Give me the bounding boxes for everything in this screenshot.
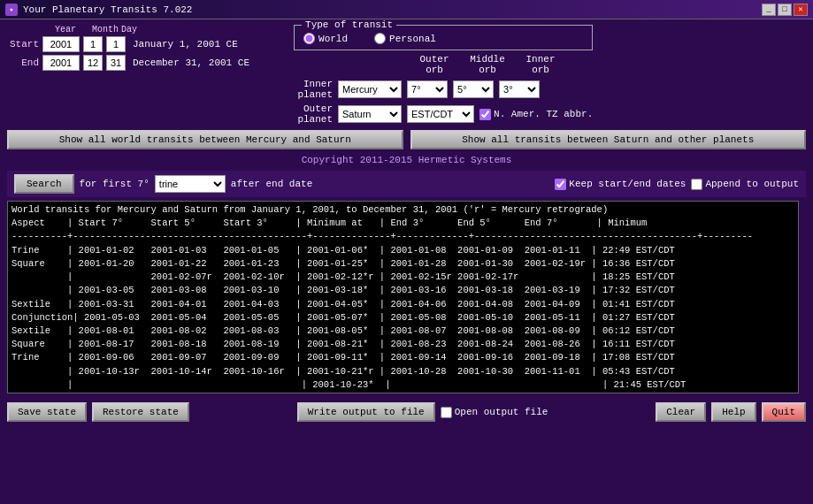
outer-planet-label: Outer planet: [267, 103, 333, 125]
day-col-label: Day: [119, 25, 140, 34]
keep-dates-label: Keep start/end dates: [569, 179, 686, 189]
open-output-label: Open output file: [455, 407, 548, 417]
minimize-button[interactable]: _: [762, 4, 776, 16]
world-radio-label: World: [318, 34, 348, 44]
personal-transits-button[interactable]: Show all transits between Saturn and oth…: [410, 130, 807, 149]
aspect-select[interactable]: trinesextilesquareconjunctionopposition: [155, 175, 226, 193]
append-output-checkbox[interactable]: [691, 179, 702, 190]
start-label: Start: [7, 39, 39, 50]
inner-planet-select[interactable]: MercuryVenusMarsJupiter: [338, 80, 402, 98]
copyright-text: Copyright 2011-2015 Hermetic Systems: [7, 155, 806, 165]
restore-state-button[interactable]: Restore state: [92, 402, 189, 422]
quit-button[interactable]: Quit: [762, 402, 806, 422]
maximize-button[interactable]: □: [778, 4, 792, 16]
date-section: Year Month Day Start January 1, 2001 CE …: [7, 25, 249, 125]
open-output-checkbox[interactable]: [441, 407, 452, 418]
app-title: Your Planetary Transits 7.022: [23, 4, 762, 15]
transit-type-legend: Type of transit: [302, 19, 396, 30]
month-col-label: Month: [92, 25, 113, 34]
start-year-input[interactable]: [42, 36, 80, 52]
output-wrapper: World transits for Mercury and Saturn fr…: [7, 201, 806, 393]
personal-radio-label: Personal: [389, 34, 436, 44]
search-row: Search for first 7° trinesextilesquareco…: [7, 171, 806, 197]
keep-dates-checkbox[interactable]: [555, 179, 566, 190]
tz-select[interactable]: EST/CDTPST/PDTGMT: [407, 105, 474, 123]
start-date-text: January 1, 2001 CE: [133, 39, 238, 50]
help-button[interactable]: Help: [711, 402, 755, 422]
end-date-text: December 31, 2001 CE: [133, 57, 249, 68]
write-output-button[interactable]: Write output to file: [297, 402, 435, 422]
world-transits-button[interactable]: Show all world transits between Mercury …: [7, 130, 403, 149]
middle-orb-select[interactable]: 5°4°3°: [453, 80, 494, 98]
main-content: Year Month Day Start January 1, 2001 CE …: [0, 19, 813, 431]
inner-orb-select[interactable]: 3°2°1°: [499, 80, 540, 98]
outer-planet-row: Outer planet SaturnJupiterMars EST/CDTPS…: [267, 103, 593, 125]
title-bar: ★ Your Planetary Transits 7.022 _ □ ✕: [0, 0, 813, 19]
end-year-input[interactable]: [42, 55, 80, 71]
personal-radio[interactable]: [374, 33, 386, 44]
close-button[interactable]: ✕: [794, 4, 808, 16]
inner-orb-label: Inner orb: [518, 54, 563, 75]
world-radio[interactable]: [303, 33, 315, 44]
start-month-input[interactable]: [83, 36, 103, 52]
save-state-button[interactable]: Save state: [7, 402, 87, 422]
inner-planet-row: Inner planet MercuryVenusMarsJupiter 7°6…: [267, 79, 593, 100]
year-col-label: Year: [46, 25, 85, 34]
after-end-label: after end date: [231, 179, 312, 189]
append-output-checkbox-label[interactable]: Append to output: [691, 179, 799, 190]
namer-tz-label: N. Amer. TZ abbr.: [494, 109, 593, 119]
append-output-label: Append to output: [705, 179, 799, 189]
open-output-checkbox-label[interactable]: Open output file: [441, 407, 548, 418]
namer-tz-checkbox-label[interactable]: N. Amer. TZ abbr.: [479, 109, 593, 120]
search-button[interactable]: Search: [14, 174, 74, 194]
world-radio-item[interactable]: World: [303, 33, 348, 44]
clear-button[interactable]: Clear: [656, 402, 706, 422]
for-first-label: for first 7°: [80, 179, 150, 189]
output-area[interactable]: World transits for Mercury and Saturn fr…: [7, 201, 799, 393]
main-buttons-row: Show all world transits between Mercury …: [7, 130, 806, 149]
outer-planet-select[interactable]: SaturnJupiterMars: [338, 105, 402, 123]
keep-dates-checkbox-label[interactable]: Keep start/end dates: [555, 179, 686, 190]
end-month-input[interactable]: [83, 55, 103, 71]
outer-orb-select[interactable]: 7°6°5°: [407, 80, 448, 98]
bottom-row: Save state Restore state Write output to…: [7, 399, 806, 425]
end-label: End: [7, 57, 39, 68]
transit-type-box: Type of transit World Personal: [294, 25, 593, 50]
app-icon: ★: [5, 4, 18, 16]
inner-planet-label: Inner planet: [267, 79, 333, 100]
middle-orb-label: Middle orb: [462, 54, 513, 75]
namer-tz-checkbox[interactable]: [479, 109, 491, 120]
outer-orb-label: Outer orb: [412, 54, 456, 75]
start-day-input[interactable]: [106, 36, 126, 52]
personal-radio-item[interactable]: Personal: [374, 33, 436, 44]
end-day-input[interactable]: [106, 55, 126, 71]
